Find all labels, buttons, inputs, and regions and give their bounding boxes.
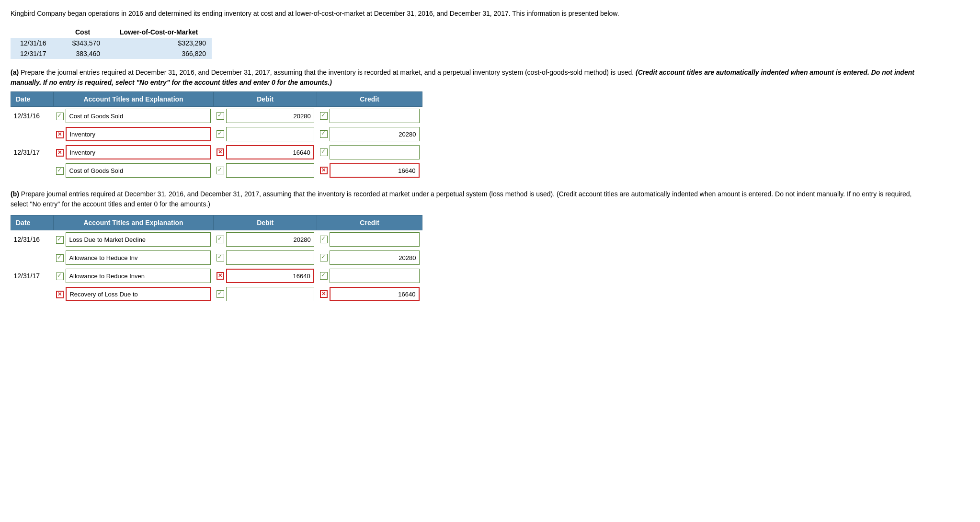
journal-b-entry1-cr-account-cell bbox=[53, 249, 213, 267]
journal-b-entry2-dr-debit-chk[interactable] bbox=[217, 272, 224, 280]
journal-a-header-account: Account Titles and Explanation bbox=[53, 92, 213, 107]
journal-a-entry2-dr-account-input[interactable] bbox=[66, 145, 210, 159]
journal-b-entry1-cr-credit-chk[interactable] bbox=[320, 254, 328, 261]
journal-a-entry1-dr-account-input[interactable] bbox=[66, 109, 210, 123]
journal-a-entry2-cr-row bbox=[11, 161, 422, 180]
journal-a-entry2-dr-debit-chk[interactable] bbox=[217, 148, 224, 156]
journal-b-entry2-cr-debit-input[interactable] bbox=[226, 287, 314, 301]
journal-b-entry2-dr-checkbox[interactable] bbox=[56, 272, 64, 280]
journal-b-entry1-dr-row: 12/31/16 bbox=[11, 230, 422, 249]
journal-b-entry1-dr-credit-chk[interactable] bbox=[320, 236, 328, 243]
journal-b-entry2-dr-account-input[interactable] bbox=[66, 269, 210, 283]
journal-a-entry1-cr-checkbox[interactable] bbox=[56, 131, 64, 138]
journal-b-entry2-cr-credit-cell bbox=[317, 285, 422, 303]
journal-a-entry1-dr-row: 12/31/16 bbox=[11, 107, 422, 125]
journal-b-entry2-date: 12/31/17 bbox=[11, 267, 54, 285]
journal-b-entry2-cr-date bbox=[11, 285, 54, 303]
part-a-description: (a) Prepare the journal entries required… bbox=[11, 68, 921, 88]
journal-b-entry2-dr-debit-cell bbox=[214, 267, 317, 285]
journal-b-entry2-dr-credit-cell bbox=[317, 267, 422, 285]
journal-a-entry1-dr-account-cell bbox=[53, 107, 213, 125]
journal-b-header-date: Date bbox=[11, 216, 54, 230]
journal-a-entry1-cr-credit-chk[interactable] bbox=[320, 130, 328, 138]
journal-b-entry1-dr-account-input[interactable] bbox=[66, 232, 210, 247]
journal-b-entry2-dr-row: 12/31/17 bbox=[11, 267, 422, 285]
journal-b-entry1-dr-credit-input[interactable] bbox=[330, 232, 420, 247]
journal-b-entry1-dr-checkbox[interactable] bbox=[56, 236, 64, 244]
journal-a-entry1-cr-credit-input[interactable] bbox=[330, 127, 420, 141]
journal-b-entry2-cr-credit-chk[interactable] bbox=[320, 290, 328, 298]
journal-a-entry1-cr-row bbox=[11, 125, 422, 143]
journal-b-entry1-cr-row bbox=[11, 249, 422, 267]
journal-a-entry1-cr-credit-cell bbox=[317, 125, 422, 143]
journal-b-entry1-cr-credit-input[interactable] bbox=[330, 250, 420, 265]
journal-b-entry2-cr-checkbox[interactable] bbox=[56, 291, 64, 298]
journal-b-header-account: Account Titles and Explanation bbox=[53, 216, 213, 230]
journal-b-entry1-date: 12/31/16 bbox=[11, 230, 54, 249]
journal-b-entry1-dr-credit-cell bbox=[317, 230, 422, 249]
journal-a-entry1-date: 12/31/16 bbox=[11, 107, 54, 125]
journal-a-entry1-dr-debit-cell bbox=[214, 107, 317, 125]
data-table: Cost Lower-of-Cost-or-Market 12/31/16 $3… bbox=[11, 26, 212, 59]
journal-a-entry1-dr-checkbox[interactable] bbox=[56, 113, 64, 120]
journal-b-entry1-cr-credit-cell bbox=[317, 249, 422, 267]
journal-b-entry1-dr-account-cell bbox=[53, 230, 213, 249]
journal-b-entry2-cr-account-input[interactable] bbox=[66, 287, 210, 301]
part-b-text1: Prepare journal entries required at Dece… bbox=[21, 190, 557, 198]
journal-a-entry2-cr-credit-chk[interactable] bbox=[320, 167, 328, 174]
journal-b-entry2-cr-account-cell bbox=[53, 285, 213, 303]
row1-date: 12/31/16 bbox=[11, 38, 59, 48]
journal-a-entry1-cr-debit-input[interactable] bbox=[226, 127, 314, 141]
journal-b-entry2-dr-credit-chk[interactable] bbox=[320, 272, 328, 280]
journal-b-entry1-cr-debit-chk[interactable] bbox=[217, 254, 224, 261]
journal-b-entry1-cr-account-input[interactable] bbox=[66, 250, 210, 265]
journal-b-entry1-cr-checkbox[interactable] bbox=[56, 254, 64, 262]
journal-a-entry2-dr-credit-input[interactable] bbox=[330, 145, 420, 159]
journal-a-entry1-cr-account-input[interactable] bbox=[66, 127, 210, 141]
row2-cost: 383,460 bbox=[59, 48, 106, 59]
journal-b-header-debit: Debit bbox=[214, 216, 317, 230]
journal-a-entry2-dr-account-cell bbox=[53, 143, 213, 161]
journal-b-entry1-dr-debit-input[interactable] bbox=[226, 232, 314, 247]
journal-b-entry1-dr-debit-chk[interactable] bbox=[217, 236, 224, 243]
journal-b-entry2-dr-debit-input[interactable] bbox=[226, 269, 314, 283]
journal-a-entry2-dr-checkbox[interactable] bbox=[56, 149, 64, 157]
journal-b-entry2-cr-credit-input[interactable] bbox=[330, 287, 420, 301]
journal-b-entry2-dr-credit-input[interactable] bbox=[330, 269, 420, 283]
journal-a-entry2-cr-account-input[interactable] bbox=[66, 163, 210, 178]
part-a-label: (a) bbox=[11, 68, 19, 76]
part-a-text1: Prepare the journal entries required at … bbox=[21, 68, 636, 76]
journal-a-entry1-dr-debit-input[interactable] bbox=[226, 109, 314, 123]
journal-b-entry1-dr-debit-cell bbox=[214, 230, 317, 249]
journal-a-entry1-cr-debit-cell bbox=[214, 125, 317, 143]
journal-a-entry2-cr-debit-input[interactable] bbox=[226, 163, 314, 178]
row2-date: 12/31/17 bbox=[11, 48, 59, 59]
journal-a-entry1-cr-debit-chk[interactable] bbox=[217, 130, 224, 138]
row2-lcm: 366,820 bbox=[106, 48, 212, 59]
journal-b-entry1-cr-debit-input[interactable] bbox=[226, 250, 314, 265]
intro-text: Kingbird Company began operations in 201… bbox=[11, 9, 921, 19]
journal-a-entry2-dr-debit-input[interactable] bbox=[226, 145, 314, 159]
journal-b-entry2-dr-account-cell bbox=[53, 267, 213, 285]
col-lcm-header: Lower-of-Cost-or-Market bbox=[106, 26, 212, 38]
journal-b-entry2-cr-debit-chk[interactable] bbox=[217, 290, 224, 298]
journal-a-entry2-cr-credit-input[interactable] bbox=[330, 163, 420, 178]
journal-a-header-debit: Debit bbox=[214, 92, 317, 107]
row1-lcm: $323,290 bbox=[106, 38, 212, 48]
journal-a-entry2-cr-credit-cell bbox=[317, 161, 422, 180]
journal-b-entry2-cr-row bbox=[11, 285, 422, 303]
journal-table-b: Date Account Titles and Explanation Debi… bbox=[11, 215, 422, 303]
col-cost-header: Cost bbox=[59, 26, 106, 38]
journal-a-entry2-dr-debit-cell bbox=[214, 143, 317, 161]
part-b-label: (b) bbox=[11, 190, 19, 198]
journal-a-entry2-dr-row: 12/31/17 bbox=[11, 143, 422, 161]
journal-a-entry2-cr-checkbox[interactable] bbox=[56, 167, 64, 175]
journal-a-entry2-dr-credit-chk[interactable] bbox=[320, 148, 328, 156]
journal-a-entry1-dr-credit-cell bbox=[317, 107, 422, 125]
journal-a-header-date: Date bbox=[11, 92, 54, 107]
journal-a-entry2-cr-debit-chk[interactable] bbox=[217, 167, 224, 174]
journal-a-entry1-dr-debit-chk[interactable] bbox=[217, 112, 224, 120]
journal-a-entry1-dr-credit-chk[interactable] bbox=[320, 112, 328, 120]
journal-b-header-credit: Credit bbox=[317, 216, 422, 230]
journal-a-entry1-dr-credit-input[interactable] bbox=[330, 109, 420, 123]
